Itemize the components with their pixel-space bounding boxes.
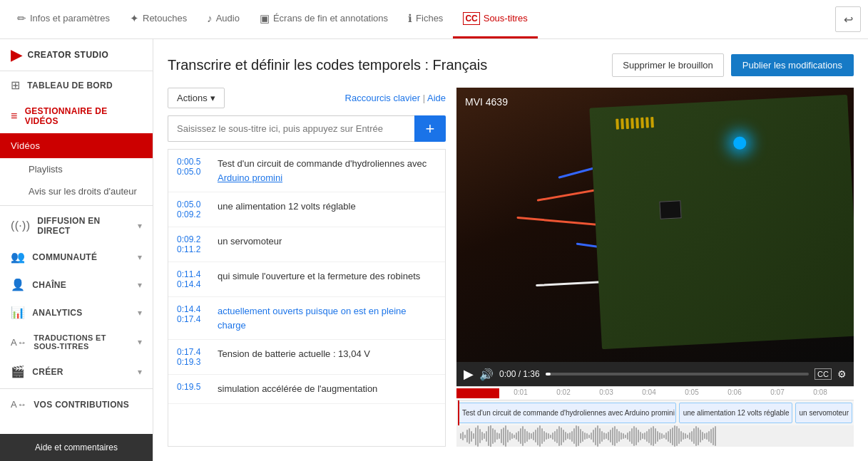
waveform-bar xyxy=(509,432,511,440)
mark-003: 0:03 xyxy=(585,388,628,398)
subtitle-text-7: simulation accélérée de l'augmentation xyxy=(218,382,436,396)
waveform-bar xyxy=(657,431,658,442)
waveform-bar xyxy=(608,432,609,440)
subtitle-entry-1[interactable]: 0:00.5 0:05.0 Test d'un circuit de comma… xyxy=(168,150,445,192)
subtitle-text-5: actuellement ouverts puisque on est en p… xyxy=(218,304,436,332)
sparkle-icon: ✦ xyxy=(130,12,139,25)
waveform-bar xyxy=(715,426,716,446)
keyboard-shortcuts-link[interactable]: Raccourcis clavier xyxy=(345,93,420,103)
help-link[interactable]: Aide xyxy=(427,93,446,103)
waveform-bar xyxy=(554,431,556,442)
waveform-bar xyxy=(663,435,665,438)
screen-icon: ▣ xyxy=(260,12,270,25)
sidebar-item-communaute[interactable]: 👥 COMMUNAUTÉ ▾ xyxy=(0,243,153,271)
waveform-bar xyxy=(531,433,532,439)
arduino-link[interactable]: Arduino promini xyxy=(218,172,282,183)
tab-ecrans[interactable]: ▣ Écrans de fin et annotations xyxy=(250,0,398,38)
tab-infos[interactable]: ✏ Infos et paramètres xyxy=(7,0,120,38)
tab-audio[interactable]: ♪ Audio xyxy=(197,0,250,38)
waveform-bar xyxy=(537,428,538,445)
waveform-bar xyxy=(708,431,710,442)
waveform-bar xyxy=(646,431,648,442)
sidebar-item-traductions[interactable]: A↔ TRADUCTIONS ET SOUS-TITRES ▾ xyxy=(0,326,153,358)
actions-row: Actions ▾ Raccourcis clavier | Aide xyxy=(168,88,446,108)
waveform-bar xyxy=(644,432,645,440)
waveform-bar xyxy=(603,432,605,440)
waveform-bar xyxy=(460,433,461,439)
waveform-bar xyxy=(631,428,633,444)
waveform-bar xyxy=(561,428,562,445)
top-navigation: ✏ Infos et paramètres ✦ Retouches ♪ Audi… xyxy=(0,0,868,39)
chevron-down-icon-5: ▾ xyxy=(138,337,142,347)
waveform-bar xyxy=(488,426,489,446)
waveform-bar xyxy=(683,432,684,440)
progress-fill xyxy=(546,373,551,375)
mark-002: 0:02 xyxy=(542,388,585,398)
sidebar-item-contributions[interactable]: A↔ VOS CONTRIBUTIONS xyxy=(0,392,153,417)
timeline-position-marker xyxy=(458,400,459,425)
waveform-bar xyxy=(569,432,571,440)
timeline: 0:01 0:02 0:03 0:04 0:05 0:06 0:07 0:08 … xyxy=(456,386,854,447)
waveform-bar xyxy=(700,430,701,442)
delete-draft-button[interactable]: Supprimer le brouillon xyxy=(612,53,723,77)
nav-tabs: ✏ Infos et paramètres ✦ Retouches ♪ Audi… xyxy=(7,0,835,38)
timeline-block-2[interactable]: une alimentation 12 volts réglable xyxy=(679,403,792,423)
actions-dropdown-button[interactable]: Actions ▾ xyxy=(168,88,225,108)
subtitle-time-7: 0:19.5 xyxy=(177,382,209,396)
subtitle-text-4: qui simule l'ouverture et la fermeture d… xyxy=(218,269,436,289)
waveform-bar xyxy=(623,433,624,439)
subtitle-entry-2[interactable]: 0:05.0 0:09.2 une alimentation 12 volts … xyxy=(168,192,445,227)
timeline-block-1[interactable]: Test d'un circuit de commande d'hydrolie… xyxy=(458,403,676,423)
back-button[interactable]: ↩ xyxy=(835,6,861,32)
mark-007: 0:07 xyxy=(756,388,799,398)
waveform-bar xyxy=(469,428,470,444)
subtitle-input-field[interactable] xyxy=(168,115,414,142)
sidebar-item-gestionnaire[interactable]: ≡ GESTIONNAIRE DE VIDÉOS xyxy=(0,99,153,133)
waveform-bar xyxy=(638,430,639,442)
sidebar-item-creer[interactable]: 🎬 CRÉER ▾ xyxy=(0,358,153,385)
sidebar-item-videos[interactable]: Vidéos xyxy=(0,133,153,158)
sidebar-item-analytics[interactable]: 📊 ANALYTICS ▾ xyxy=(0,299,153,326)
subtitle-entry-6[interactable]: 0:17.4 0:19.3 Tension de batterie actuel… xyxy=(168,340,445,375)
sidebar-footer-help[interactable]: Aide et commentaires xyxy=(0,434,153,461)
subtitle-entry-3[interactable]: 0:09.2 0:11.2 un servomoteur xyxy=(168,227,445,262)
settings-button[interactable]: ⚙ xyxy=(837,368,847,380)
waveform-bar xyxy=(475,428,476,445)
content-area: Transcrire et définir les codes temporel… xyxy=(153,39,868,461)
waveform-bar xyxy=(584,432,586,440)
waveform-bar xyxy=(518,431,519,442)
waveform-bar xyxy=(648,429,650,443)
chip xyxy=(659,200,681,219)
create-icon: 🎬 xyxy=(11,365,25,378)
publish-button[interactable]: Publier les modifications xyxy=(731,54,854,76)
subtitle-entry-4[interactable]: 0:11.4 0:14.4 qui simule l'ouverture et … xyxy=(168,262,445,297)
add-subtitle-button[interactable]: + xyxy=(414,115,446,142)
waveform-bar xyxy=(578,426,579,446)
cc-nav-icon: CC xyxy=(463,12,479,25)
cc-button[interactable]: CC xyxy=(815,368,832,380)
sidebar-item-playlists[interactable]: Playlists xyxy=(0,158,153,180)
sidebar: ▶ CREATOR STUDIO ⊞ TABLEAU DE BORD ≡ GES… xyxy=(0,39,153,461)
subtitle-entry-5[interactable]: 0:14.4 0:17.4 actuellement ouverts puisq… xyxy=(168,297,445,340)
sidebar-item-diffusion[interactable]: ((·)) DIFFUSION EN DIRECT ▾ xyxy=(0,209,153,243)
subtitle-entry-7[interactable]: 0:19.5 simulation accélérée de l'augment… xyxy=(168,375,445,404)
sidebar-item-avis[interactable]: Avis sur les droits d'auteur xyxy=(0,180,153,202)
waveform-bar xyxy=(567,433,568,439)
volume-button[interactable]: 🔊 xyxy=(479,368,494,381)
tab-sous-titres[interactable]: CC Sous-titres xyxy=(453,0,537,38)
waveform-bar xyxy=(507,430,509,442)
waveform-bar xyxy=(533,432,534,440)
progress-bar[interactable] xyxy=(546,373,809,375)
play-button[interactable]: ▶ xyxy=(464,366,474,382)
timeline-block-3[interactable]: un servomoteur xyxy=(795,403,853,423)
sidebar-item-chaine[interactable]: 👤 CHAÎNE ▾ xyxy=(0,271,153,299)
waveform-bar xyxy=(670,429,671,443)
sidebar-item-tableau[interactable]: ⊞ TABLEAU DE BORD xyxy=(0,71,153,99)
waveform-bar xyxy=(490,425,491,447)
waveform-bar xyxy=(710,429,712,443)
waveform-bar xyxy=(680,431,682,442)
tab-fiches[interactable]: ℹ Fiches xyxy=(398,0,453,38)
tab-retouches[interactable]: ✦ Retouches xyxy=(120,0,197,38)
waveform-bar xyxy=(484,433,485,439)
subtitle-text-3: un servomoteur xyxy=(218,234,436,254)
